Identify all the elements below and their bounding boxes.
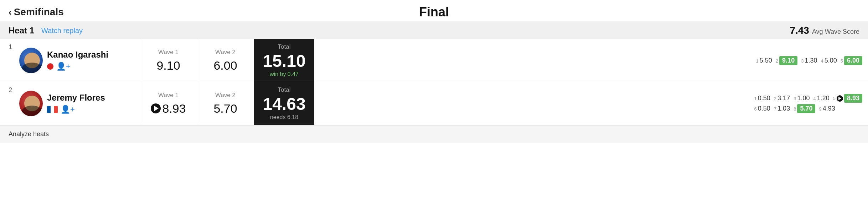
- avatar-1: [15, 39, 47, 82]
- total-header-1: Total: [278, 43, 291, 50]
- avg-wave-score: 7.43: [790, 25, 809, 36]
- play-icon-2[interactable]: [151, 103, 161, 113]
- surfer-name-1: Kanao Igarashi: [47, 50, 140, 60]
- avatar-kanao: [19, 48, 43, 73]
- wave1-header-2: Wave 1: [158, 92, 179, 99]
- avatar-body-2: [22, 106, 42, 116]
- avg-wave-label: Avg Wave Score: [812, 28, 859, 36]
- wave2-header-1: Wave 2: [215, 49, 236, 56]
- mini-item-2-8: 8 5.70: [794, 104, 815, 113]
- mini-val-2-7: 1.03: [777, 105, 790, 112]
- mini-row-2-1: 1 0.50 2 3.17 3 1.00 4 1.20 5 8.93: [754, 94, 862, 103]
- mini-num-2-3: 3: [794, 96, 796, 101]
- back-label: Semifinals: [14, 6, 64, 18]
- mini-val-1-2: 9.10: [779, 56, 797, 65]
- mini-num-2-9: 9: [819, 107, 821, 111]
- wave-scores-2: Wave 1 8.93 Wave 2 5.70 Total 14.63 need…: [140, 82, 749, 125]
- mini-item-2-4: 4 1.20: [813, 95, 829, 102]
- analyze-heats-link[interactable]: Analyze heats: [9, 130, 49, 138]
- mini-item-2-2: 2 3.17: [774, 95, 790, 102]
- wave2-value-2: 5.70: [213, 102, 237, 116]
- follow-button-1[interactable]: 👤+: [56, 62, 71, 71]
- watch-replay-link[interactable]: Watch replay: [41, 27, 83, 35]
- mini-item-2-7: 7 1.03: [774, 105, 790, 112]
- mini-item-2-9: 9 4.93: [819, 105, 835, 112]
- surfer-flags-2: 👤+: [47, 105, 140, 114]
- avatar-2: [15, 82, 47, 125]
- wave1-header-1: Wave 1: [158, 49, 179, 56]
- wave2-value-1: 6.00: [213, 59, 237, 73]
- mini-val-2-5: 8.93: [844, 94, 862, 103]
- wave2-col-1: Wave 2 6.00: [197, 39, 254, 82]
- surfer-row-1: 1 Kanao Igarashi 👤+ Wave 1 9.10 Wave 2 6…: [0, 39, 868, 82]
- mini-num-2-6: 6: [754, 107, 757, 111]
- surfer-flags-1: 👤+: [47, 62, 140, 71]
- surfer-info-1: Kanao Igarashi 👤+: [47, 39, 140, 82]
- heat-label: Heat 1: [9, 26, 34, 36]
- mini-play-tri: [838, 97, 841, 100]
- page-title: Final: [419, 5, 449, 20]
- mini-val-2-1: 0.50: [758, 95, 770, 102]
- total-header-2: Total: [278, 86, 291, 94]
- avatar-jeremy: [19, 91, 43, 116]
- surfer-name-2: Jeremy Flores: [47, 93, 140, 103]
- mini-num-2-1: 1: [754, 96, 757, 101]
- mini-num-1-5: 5: [841, 59, 843, 63]
- flag-white: [51, 106, 54, 113]
- surfer-info-2: Jeremy Flores 👤+: [47, 82, 140, 125]
- mini-item-1-4: 4 5.00: [821, 57, 837, 64]
- mini-waves-1: 1 5.50 2 9.10 3 1.30 4 5.00 5 6.00: [750, 39, 868, 82]
- wave1-value-1: 9.10: [156, 59, 180, 73]
- mini-val-2-8: 5.70: [797, 104, 815, 113]
- mini-val-2-2: 3.17: [777, 95, 790, 102]
- mini-val-2-9: 4.93: [823, 105, 835, 112]
- wave1-num-2: 8.93: [162, 102, 186, 116]
- mini-item-2-5: 5 8.93: [833, 94, 862, 103]
- wave2-col-2: Wave 2 5.70: [197, 82, 254, 125]
- total-col-1: Total 15.10 win by 0.47: [254, 39, 314, 82]
- header: ‹ Semifinals Final: [0, 0, 868, 21]
- france-flag: [47, 106, 58, 113]
- wave2-header-2: Wave 2: [215, 92, 236, 99]
- mini-num-2-7: 7: [774, 107, 776, 111]
- mini-row-2-2: 6 0.50 7 1.03 8 5.70 9 4.93: [754, 104, 862, 113]
- mini-num-1-4: 4: [821, 59, 823, 63]
- total-value-1: 15.10: [263, 53, 305, 70]
- footer-bar: Analyze heats: [0, 125, 868, 143]
- mini-num-2-8: 8: [794, 107, 796, 111]
- mini-val-2-6: 0.50: [758, 105, 770, 112]
- mini-item-1-3: 3 1.30: [801, 57, 817, 64]
- wave1-col-1: Wave 1 9.10: [140, 39, 197, 82]
- avg-wave-score-area: 7.43 Avg Wave Score: [790, 25, 859, 36]
- play-triangle: [154, 106, 159, 111]
- surfer-number-2: 2: [0, 82, 15, 125]
- heat-section: Heat 1 Watch replay 7.43 Avg Wave Score: [0, 21, 868, 39]
- mini-waves-2: 1 0.50 2 3.17 3 1.00 4 1.20 5 8.93: [749, 82, 868, 125]
- mini-num-1-1: 1: [756, 59, 759, 63]
- japan-flag-dot: [47, 63, 53, 70]
- mini-val-1-4: 5.00: [825, 57, 837, 64]
- mini-val-1-3: 1.30: [805, 57, 817, 64]
- surfer-row-2: 2 Jeremy Flores 👤+ Wave 1 8.93: [0, 82, 868, 125]
- avatar-body: [22, 63, 42, 73]
- total-sub-1: win by 0.47: [270, 71, 299, 78]
- mini-play-icon: [837, 95, 843, 102]
- mini-val-1-1: 5.50: [760, 57, 772, 64]
- mini-num-2-5: 5: [833, 96, 836, 101]
- total-col-2: Total 14.63 needs 6.18: [254, 82, 314, 125]
- mini-val-1-5: 6.00: [844, 56, 862, 65]
- mini-item-2-3: 3 1.00: [794, 95, 810, 102]
- mini-row-1: 1 5.50 2 9.10 3 1.30 4 5.00 5 6.00: [756, 56, 862, 65]
- flag-blue: [47, 106, 51, 113]
- total-value-2: 14.63: [263, 96, 305, 113]
- wave-scores-1: Wave 1 9.10 Wave 2 6.00 Total 15.10 win …: [140, 39, 750, 82]
- mini-item-2-1: 1 0.50: [754, 95, 770, 102]
- wave1-col-2: Wave 1 8.93: [140, 82, 197, 125]
- total-sub-2: needs 6.18: [270, 114, 298, 121]
- mini-item-1-1: 1 5.50: [756, 57, 772, 64]
- mini-num-2-4: 4: [813, 96, 816, 101]
- follow-button-2[interactable]: 👤+: [61, 105, 75, 114]
- back-button[interactable]: ‹ Semifinals: [9, 6, 64, 18]
- mini-num-1-3: 3: [801, 59, 804, 63]
- mini-item-1-2: 2 9.10: [776, 56, 797, 65]
